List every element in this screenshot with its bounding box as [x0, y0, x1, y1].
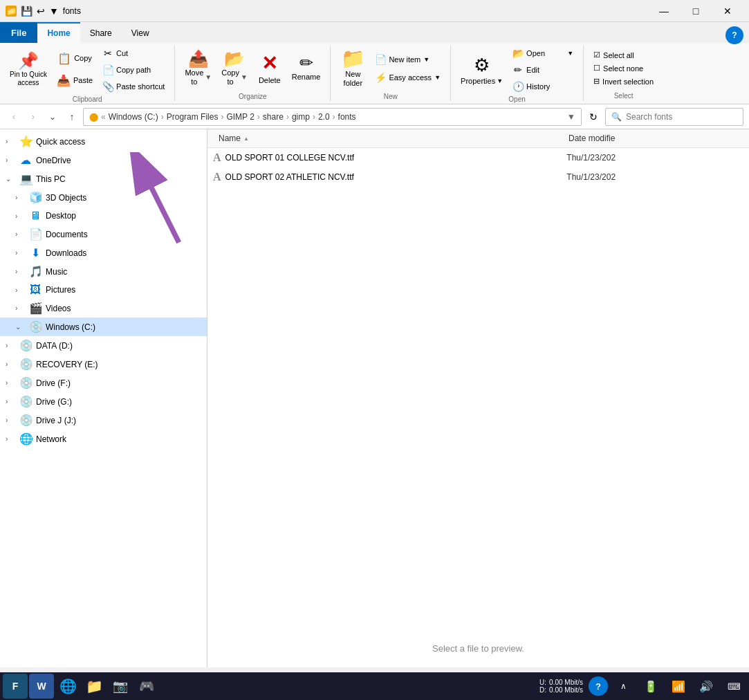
edit-button[interactable]: ✏ Edit: [508, 62, 577, 77]
rece-icon: 💿: [19, 358, 32, 371]
path-windows[interactable]: Windows (C:): [109, 112, 158, 122]
sidebar-item-network[interactable]: › 🌐 Network: [0, 430, 207, 448]
more-icon[interactable]: ▼: [49, 6, 59, 17]
sidebar-item-onedrive[interactable]: › ☁ OneDrive: [0, 151, 207, 169]
taskbar-app5[interactable]: 🎮: [134, 674, 159, 699]
up-button[interactable]: ↑: [64, 109, 80, 125]
sidebar-item-downloads[interactable]: › ⬇ Downloads: [0, 243, 207, 262]
copy-button[interactable]: 📋 Copy: [53, 48, 97, 69]
taskbar-chrome[interactable]: 🌐: [55, 674, 80, 699]
music-icon: 🎵: [29, 265, 41, 278]
file-row-2[interactable]: A OLD SPORT 02 ATHLETIC NCV.ttf Thu/1/23…: [207, 167, 749, 187]
forward-button[interactable]: ›: [25, 109, 41, 125]
paste-label: Paste: [73, 76, 93, 85]
recent-locations-button[interactable]: ⌄: [44, 109, 61, 125]
sidebar-item-recovery-e[interactable]: › 💿 RECOVERY (E:): [0, 355, 207, 374]
open-button[interactable]: 📂 Open ▼: [508, 46, 577, 61]
path-share[interactable]: share: [263, 112, 284, 122]
sidebar-item-videos[interactable]: › 🎬 Videos: [0, 299, 207, 317]
refresh-button[interactable]: ↻: [584, 108, 602, 126]
pin-to-quick-access-button[interactable]: 📌 Pin to Quick access: [6, 47, 51, 93]
onedrive-expander: ›: [6, 156, 15, 164]
maximize-button[interactable]: □: [680, 0, 712, 22]
tab-home[interactable]: Home: [37, 22, 80, 43]
path-fonts[interactable]: fonts: [338, 112, 356, 122]
copy-to-button[interactable]: 📂 Copy to ▼: [217, 46, 252, 91]
taskbar-files[interactable]: 📁: [82, 674, 107, 699]
copy-to-label: Copy to: [221, 68, 239, 86]
sidebar-item-drive-j[interactable]: › 💿 Drive J (J:): [0, 411, 207, 430]
new-folder-button[interactable]: 📁 New folder: [336, 46, 369, 91]
sidebar-item-windows-c[interactable]: ⌄ 💿 Windows (C:): [0, 317, 207, 336]
sidebar-item-this-pc[interactable]: ⌄ 💻 This PC: [0, 169, 207, 188]
cut-button[interactable]: ✂ Cut: [98, 46, 169, 61]
sidebar-item-3d-objects[interactable]: › 🧊 3D Objects: [0, 188, 207, 207]
paste-shortcut-button[interactable]: 📎 Paste shortcut: [98, 79, 169, 94]
taskbar-word[interactable]: W: [29, 674, 54, 699]
invert-selection-button[interactable]: ⊟ Invert selection: [589, 75, 658, 87]
file-name-2: A OLD SPORT 02 ATHLETIC NCV.ttf: [213, 171, 566, 183]
taskbar-keyboard[interactable]: ⌨: [721, 674, 746, 699]
move-to-button[interactable]: 📤 Move to ▼: [181, 46, 216, 91]
taskbar-foxit[interactable]: F: [3, 674, 28, 699]
taskbar-battery[interactable]: 🔋: [638, 674, 663, 699]
datad-icon: 💿: [19, 339, 32, 352]
videos-icon: 🎬: [29, 302, 41, 315]
close-button[interactable]: ✕: [712, 0, 743, 22]
select-all-button[interactable]: ☑ Select all: [589, 49, 658, 61]
path-program-files[interactable]: Program Files: [167, 112, 219, 122]
copy-path-button[interactable]: 📄 Copy path: [98, 62, 169, 77]
tab-share[interactable]: Share: [80, 22, 122, 43]
sidebar-item-drive-g[interactable]: › 💿 Drive (G:): [0, 392, 207, 411]
taskbar-photo[interactable]: 📷: [108, 674, 133, 699]
column-name[interactable]: Name ▲: [213, 129, 563, 147]
path-gimp2[interactable]: GIMP 2: [226, 112, 254, 122]
paste-button[interactable]: 📥 Paste: [53, 71, 97, 91]
rece-expander: ›: [6, 360, 15, 368]
taskbar-volume[interactable]: 🔊: [694, 674, 719, 699]
quick-access-icon[interactable]: 💾: [21, 6, 33, 17]
minimize-button[interactable]: —: [648, 0, 680, 22]
column-date[interactable]: Date modifie: [563, 129, 743, 147]
select-label: Select: [589, 91, 658, 101]
back-button[interactable]: ‹: [6, 109, 22, 125]
sidebar-item-pictures[interactable]: › 🖼 Pictures: [0, 281, 207, 299]
sidebar-item-desktop[interactable]: › 🖥 Desktop: [0, 207, 207, 225]
clipboard-label: Clipboard: [6, 94, 169, 104]
undo-icon[interactable]: ↩: [37, 6, 45, 17]
search-input[interactable]: [626, 112, 737, 122]
3d-icon: 🧊: [29, 191, 41, 204]
file-row-1[interactable]: A OLD SPORT 01 COLLEGE NCV.ttf Thu/1/23/…: [207, 148, 749, 167]
taskbar-wifi[interactable]: 📶: [666, 674, 691, 699]
address-path[interactable]: ⬤ « Windows (C:) › Program Files › GIMP …: [83, 108, 582, 126]
properties-button[interactable]: ⚙ Properties ▼: [456, 47, 507, 93]
delete-button[interactable]: ✕ Delete: [253, 46, 286, 91]
sidebar-item-data-d[interactable]: › 💿 DATA (D:): [0, 336, 207, 355]
path-dropdown-icon[interactable]: ▼: [567, 112, 575, 122]
path-version[interactable]: 2.0: [318, 112, 330, 122]
open-label: Open: [456, 94, 577, 104]
sidebar-item-documents[interactable]: › 📄 Documents: [0, 225, 207, 243]
sidebar: › ⭐ Quick access › ☁ OneDrive ⌄ 💻 This P…: [0, 129, 207, 667]
select-none-button[interactable]: ☐ Select none: [589, 62, 658, 74]
file-date-1: Thu/1/23/202: [566, 153, 743, 163]
path-gimp[interactable]: gimp: [292, 112, 310, 122]
sidebar-item-drive-f[interactable]: › 💿 Drive (F:): [0, 374, 207, 392]
taskbar: F W 🌐 📁 📷 🎮 U: 0.00 Mbit/s D: 0.00 Mbit/…: [0, 672, 749, 700]
history-button[interactable]: 🕐 History: [508, 79, 577, 94]
tab-view[interactable]: View: [122, 22, 159, 43]
rename-label: Rename: [292, 73, 321, 82]
tab-file[interactable]: File: [0, 22, 37, 43]
sidebar-item-music[interactable]: › 🎵 Music: [0, 262, 207, 281]
help-button[interactable]: ?: [725, 26, 743, 44]
easy-access-button[interactable]: ⚡ Easy access ▼: [371, 70, 445, 85]
window-controls: — □ ✕: [648, 0, 743, 22]
cut-group: ✂ Cut 📄 Copy path 📎 Paste shortcut: [98, 46, 169, 94]
new-item-button[interactable]: 📄 New item ▼: [371, 52, 445, 67]
taskbar-right: U: 0.00 Mbit/s D: 0.00 Mbit/s ? ∧ 🔋 📶 🔊 …: [539, 674, 746, 699]
rename-button[interactable]: ✏ Rename: [288, 46, 325, 91]
sidebar-item-quick-access[interactable]: › ⭐ Quick access: [0, 132, 207, 151]
taskbar-chevron[interactable]: ∧: [611, 674, 636, 699]
taskbar-help[interactable]: ?: [589, 676, 608, 696]
window-title: fonts: [63, 6, 644, 16]
